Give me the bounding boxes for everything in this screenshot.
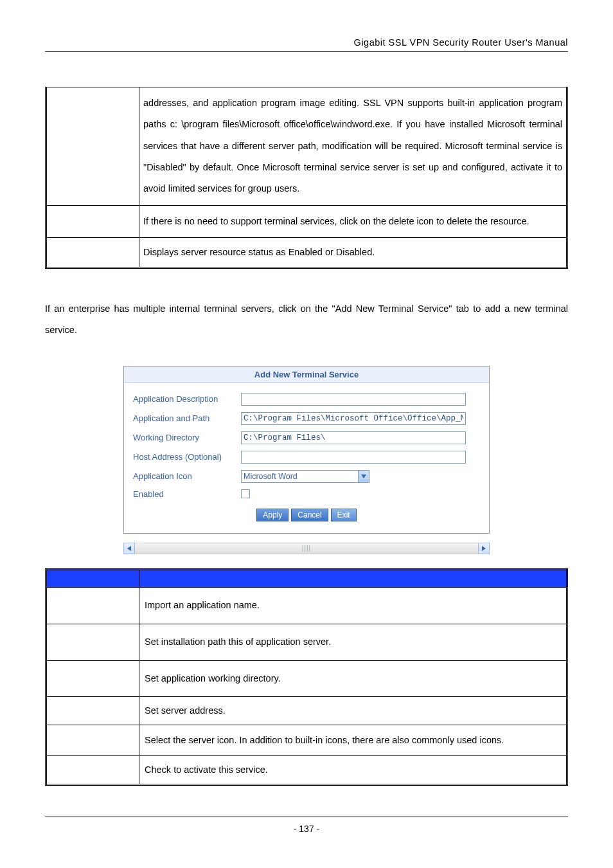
label-working-directory: Working Directory (133, 433, 241, 442)
t1-r2-val: If there is no need to support terminal … (139, 205, 567, 237)
exit-button[interactable]: Exit (331, 509, 357, 521)
label-enabled: Enabled (133, 489, 241, 499)
t2-header-val (139, 569, 567, 587)
page-footer: - 137 - (45, 817, 568, 834)
t2-r2-text: Set installation path this of applicatio… (139, 624, 566, 660)
t1-r3-key (46, 238, 139, 268)
t1-r3-text: Displays server resource status as Enabl… (139, 238, 566, 267)
panel-title: Add New Terminal Service (124, 366, 489, 383)
label-host-address: Host Address (Optional) (133, 452, 241, 462)
horizontal-scrollbar[interactable]: |||| (123, 543, 490, 554)
info-table-1: addresses, and application program image… (45, 87, 568, 269)
t2-r1-text: Import an application name. (139, 588, 566, 624)
page-header: Gigabit SSL VPN Security Router User's M… (45, 37, 568, 52)
t2-r5-key (46, 725, 139, 756)
scroll-left-icon[interactable] (123, 543, 135, 554)
t2-r2-key (46, 624, 139, 660)
screenshot-panel: Add New Terminal Service Application Des… (123, 366, 490, 554)
t2-r6-text: Check to activate this service. (139, 756, 566, 783)
label-app-description: Application Description (133, 394, 241, 404)
t2-header-key (46, 569, 139, 587)
t2-r1-key (46, 587, 139, 624)
input-working-directory[interactable] (241, 431, 466, 444)
t2-r4-text: Set server address. (139, 697, 566, 724)
t2-r6-key (46, 756, 139, 784)
intro-paragraph: If an enterprise has multiple internal t… (45, 298, 568, 341)
t2-r5-text: Select the server icon. In addition to b… (139, 725, 566, 756)
t1-r1-text: addresses, and application program image… (139, 87, 566, 205)
t1-r3-val: Displays server resource status as Enabl… (139, 238, 567, 268)
input-host-address[interactable] (241, 451, 466, 464)
t1-r1-val: addresses, and application program image… (139, 87, 567, 206)
page-number: - 137 - (294, 824, 319, 834)
cancel-button[interactable]: Cancel (291, 509, 328, 521)
t2-r3-key (46, 660, 139, 697)
apply-button[interactable]: Apply (256, 509, 289, 521)
scroll-right-icon[interactable] (478, 543, 490, 554)
input-app-description[interactable] (241, 393, 466, 406)
label-app-path: Application and Path (133, 413, 241, 423)
select-app-icon[interactable]: Microsoft Word (241, 470, 369, 483)
checkbox-enabled[interactable] (241, 489, 250, 498)
t2-r4-key (46, 697, 139, 725)
input-app-path[interactable] (241, 412, 466, 425)
t1-r1-key (46, 87, 139, 206)
t2-r3-text: Set application working directory. (139, 661, 566, 697)
chevron-down-icon (358, 471, 369, 482)
scroll-thumb[interactable]: |||| (134, 543, 479, 554)
info-table-2: Import an application name. Set installa… (45, 568, 568, 786)
t1-r2-text: If there is no need to support terminal … (139, 206, 566, 237)
label-app-icon: Application Icon (133, 471, 241, 481)
select-app-icon-value: Microsoft Word (242, 472, 358, 481)
t1-r2-key (46, 205, 139, 237)
